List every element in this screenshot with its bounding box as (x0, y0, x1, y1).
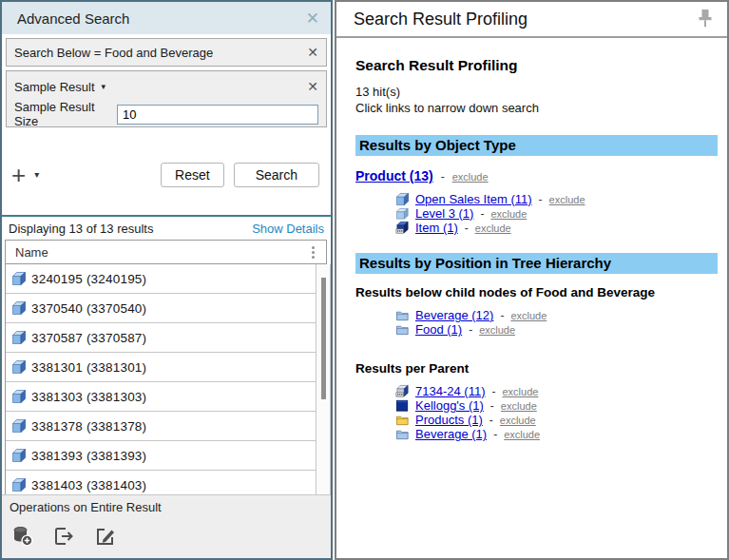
show-details-link[interactable]: Show Details (252, 222, 324, 236)
section-header-tree-hierarchy: Results by Position in Tree Hierarchy (355, 253, 718, 274)
sample-result-size-input[interactable] (117, 105, 318, 125)
profiling-item: Food (1) - exclude (395, 322, 719, 337)
item-link[interactable]: Item (1) (415, 221, 458, 235)
criterion-label: Search Below = Food and Beverage (14, 46, 213, 60)
profiling-item: Level 3 (1) - exclude (395, 206, 719, 221)
profiling-content: Search Result Profiling 13 hit(s) Click … (336, 38, 727, 441)
close-icon[interactable]: ✕ (306, 10, 319, 27)
reset-button[interactable]: Reset (161, 163, 224, 187)
remove-criterion-icon[interactable]: ✕ (307, 80, 318, 93)
cube-blue-icon (11, 418, 27, 434)
sample-result-dropdown[interactable]: Sample Result (14, 80, 95, 94)
product-link[interactable]: Product (13) (355, 168, 433, 183)
result-row[interactable]: 3370587 (3370587) (6, 323, 316, 353)
remove-criterion-icon[interactable]: ✕ (307, 46, 318, 59)
cube-blue-icon (395, 192, 410, 206)
parent-beverage-link[interactable]: Beverage (1) (415, 427, 487, 441)
profiling-item: Beverage (12) - exclude (395, 308, 719, 322)
parent-7134-24-link[interactable]: 7134-24 (11) (415, 384, 485, 398)
level-3-link[interactable]: Level 3 (1) (415, 206, 473, 221)
cube-blue-icon (11, 477, 27, 492)
scrollbar-thumb[interactable] (321, 278, 326, 399)
exclude-link[interactable]: exclude (490, 208, 527, 220)
advanced-search-titlebar: Advanced Search ✕ (2, 2, 331, 34)
profiling-titlebar: Search Result Profiling (336, 2, 727, 38)
exclude-link[interactable]: exclude (479, 324, 515, 336)
advanced-search-panel: Advanced Search ✕ Search Below = Food an… (0, 0, 333, 560)
application-window: Advanced Search ✕ Search Below = Food an… (0, 0, 729, 560)
result-row[interactable]: 3370540 (3370540) (6, 294, 316, 323)
instruction-text: Click links to narrow down search (355, 101, 719, 115)
add-criterion-button[interactable]: + (11, 165, 26, 184)
exclude-link[interactable]: exclude (500, 415, 536, 426)
sample-result-size-label: Sample Result Size (14, 100, 117, 128)
panel-title: Search Result Profiling (354, 10, 528, 29)
operations-icons (2, 519, 331, 558)
column-menu-icon[interactable] (310, 244, 317, 261)
chevron-down-icon[interactable]: ▾ (102, 82, 106, 91)
profiling-item: Item (1) - exclude (395, 221, 719, 235)
profiling-item: Open Sales Item (11) - exclude (395, 192, 719, 206)
operations-bar: Operations on Entire Result (2, 494, 331, 519)
square-navy-icon (395, 398, 410, 413)
per-parent-items: 7134-24 (11) - exclude Kellogg's (1) - e… (395, 384, 719, 441)
profiling-item: Beverage (1) - exclude (395, 427, 719, 441)
cube-blue-icon (11, 448, 27, 463)
result-row[interactable]: 3240195 (3240195) (6, 264, 316, 294)
search-result-profiling-panel: Search Result Profiling Search Result Pr… (335, 0, 729, 560)
exclude-link[interactable]: exclude (452, 171, 489, 183)
search-button[interactable]: Search (234, 163, 319, 187)
child-node-items: Beverage (12) - exclude Food (1) - exclu… (395, 308, 719, 337)
exclude-link[interactable]: exclude (504, 429, 540, 440)
result-row[interactable]: 3381393 (3381393) (6, 441, 316, 471)
profiling-item: 7134-24 (11) - exclude (395, 384, 719, 398)
edit-result-icon[interactable] (92, 524, 117, 549)
criterion-search-below: Search Below = Food and Beverage ✕ (6, 38, 327, 67)
child-nodes-heading: Results below child nodes of Food and Be… (355, 285, 719, 299)
pin-icon[interactable] (697, 9, 714, 29)
column-header-name[interactable]: Name (5, 240, 327, 264)
folder-blue-icon (395, 308, 410, 322)
object-type-items: Open Sales Item (11) - exclude Level 3 (… (395, 192, 719, 235)
cube-dark-keyboard-icon (395, 221, 410, 235)
criterion-sample-result: Sample Result ▾ ✕ Sample Result Size (6, 70, 327, 127)
section-header-object-type: Results by Object Type (355, 135, 718, 156)
hit-count: 13 hit(s) (355, 85, 719, 99)
per-parent-heading: Results per Parent (355, 361, 719, 376)
profiling-item: Products (1) - exclude (395, 413, 719, 427)
profiling-root-item: Product (13) - exclude (355, 168, 719, 183)
result-row[interactable]: 3381301 (3381301) (6, 353, 316, 382)
cube-blue-icon (11, 271, 27, 286)
exclude-link[interactable]: exclude (475, 222, 511, 234)
profiling-heading: Search Result Profiling (355, 57, 719, 74)
results-scrollbar[interactable] (316, 264, 331, 494)
result-row[interactable]: 3381303 (3381303) (6, 382, 316, 412)
exclude-link[interactable]: exclude (510, 310, 547, 321)
folder-yellow-icon (395, 413, 410, 427)
add-result-to-database-icon[interactable] (10, 524, 35, 549)
cube-blue-icon (11, 359, 27, 375)
exclude-link[interactable]: exclude (549, 194, 585, 205)
cube-blue-icon (11, 300, 27, 316)
open-sales-item-link[interactable]: Open Sales Item (11) (415, 192, 532, 206)
cube-keyboard-icon (395, 384, 410, 398)
cube-blue-icon (11, 389, 27, 404)
folder-blue-icon (395, 322, 410, 337)
result-row[interactable]: 3381378 (3381378) (6, 412, 316, 441)
food-link[interactable]: Food (1) (415, 322, 462, 337)
results-summary: Displaying 13 of 13 results (9, 222, 153, 236)
export-result-icon[interactable] (51, 524, 76, 549)
result-row[interactable]: 3381403 (3381403) (6, 471, 316, 494)
search-toolbar: + ▾ Reset Search (2, 127, 331, 215)
add-criterion-caret-icon[interactable]: ▾ (34, 169, 39, 180)
cube-blue-icon (11, 330, 27, 345)
profiling-item: Kellogg's (1) - exclude (395, 398, 719, 413)
panel-title: Advanced Search (17, 10, 129, 27)
folder-blue-icon (395, 427, 410, 441)
exclude-link[interactable]: exclude (502, 386, 538, 397)
parent-kelloggs-link[interactable]: Kellogg's (1) (415, 398, 484, 413)
exclude-link[interactable]: exclude (501, 400, 537, 412)
parent-products-link[interactable]: Products (1) (415, 413, 483, 427)
results-area: Displaying 13 of 13 results Show Details… (2, 215, 331, 558)
beverage-link[interactable]: Beverage (12) (415, 308, 493, 322)
